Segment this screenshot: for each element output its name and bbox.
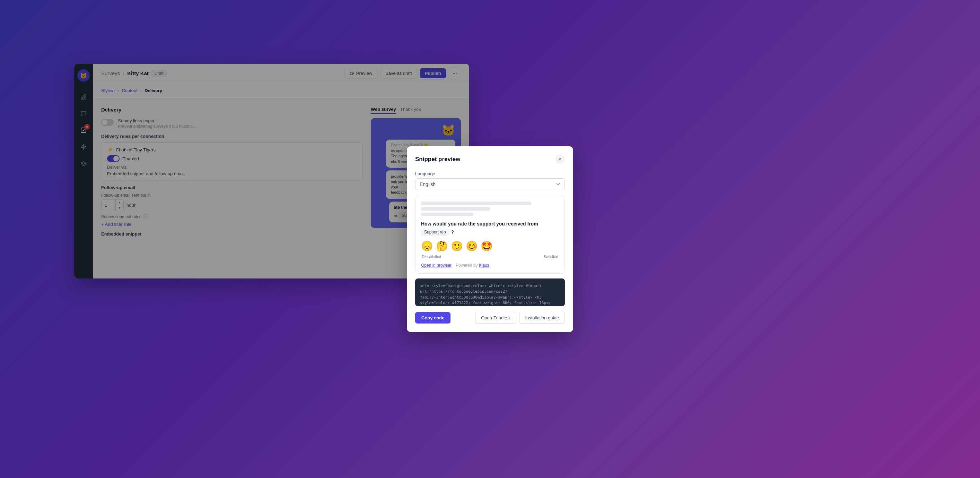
- code-preview: <div style="background-color: white"> <s…: [415, 278, 565, 306]
- modal-overlay[interactable]: Snippet preview ✕ Language English Spani…: [0, 0, 980, 478]
- snippet-question-text: How would you rate the support you recei…: [421, 221, 538, 227]
- emoji-5[interactable]: 🤩: [480, 240, 493, 252]
- emoji-1[interactable]: 😞: [421, 240, 433, 252]
- snippet-preview-box: How would you rate the support you recei…: [415, 196, 565, 274]
- snippet-line-2: [421, 207, 490, 211]
- powered-by-text: Powered by Klaus: [456, 263, 489, 268]
- modal-footer-right: Open Zendesk Installation guide: [475, 312, 565, 324]
- powered-by-link[interactable]: Klaus: [479, 263, 489, 268]
- modal-title: Snippet preview: [415, 156, 460, 163]
- snippet-footer: Open in browser Powered by Klaus: [421, 263, 559, 268]
- question-mark: ?: [451, 229, 454, 235]
- snippet-support-rep-badge: Support rep: [421, 229, 449, 235]
- copy-code-button[interactable]: Copy code: [415, 312, 450, 324]
- modal-close-button[interactable]: ✕: [555, 154, 565, 164]
- open-in-browser-link[interactable]: Open in browser: [421, 263, 452, 268]
- emoji-row: 😞 🤔 🙂 😊 🤩: [421, 240, 559, 252]
- snippet-line-3: [421, 213, 473, 216]
- satisfied-label: Satisfied: [544, 254, 558, 259]
- modal-header: Snippet preview ✕: [415, 154, 565, 164]
- installation-guide-button[interactable]: Installation guide: [519, 312, 565, 324]
- emoji-labels: Dissatisfied Satisfied: [421, 254, 559, 259]
- language-select[interactable]: English Spanish French German: [415, 178, 565, 190]
- emoji-4[interactable]: 😊: [466, 240, 478, 252]
- emoji-3[interactable]: 🙂: [451, 240, 463, 252]
- modal-footer: Copy code Open Zendesk Installation guid…: [415, 312, 565, 324]
- snippet-preview-modal: Snippet preview ✕ Language English Spani…: [407, 146, 573, 332]
- snippet-lines: [421, 202, 559, 216]
- snippet-line-1: [421, 202, 531, 205]
- emoji-2[interactable]: 🤔: [436, 240, 448, 252]
- language-label: Language: [415, 171, 565, 176]
- snippet-question: How would you rate the support you recei…: [421, 221, 559, 235]
- open-zendesk-button[interactable]: Open Zendesk: [475, 312, 516, 324]
- dissatisfied-label: Dissatisfied: [422, 254, 441, 259]
